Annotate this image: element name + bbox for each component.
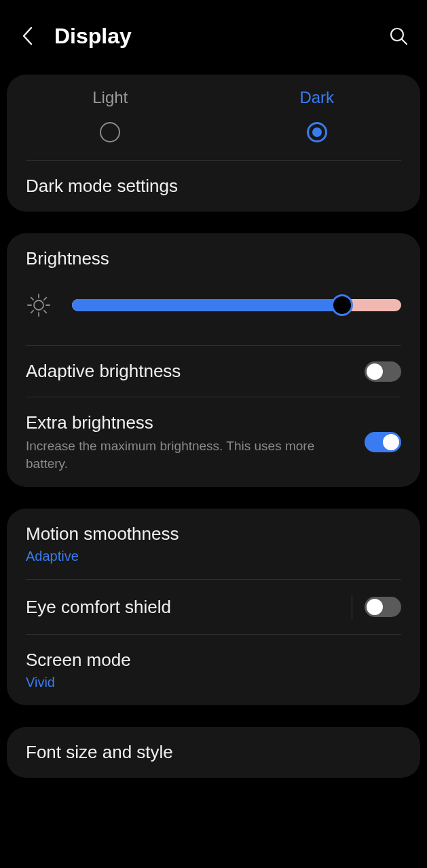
slider-fill (72, 299, 342, 311)
brightness-slider[interactable] (72, 296, 401, 315)
svg-line-9 (31, 311, 34, 313)
motion-smoothness-value: Adaptive (26, 549, 401, 564)
search-icon (389, 26, 408, 45)
radio-checked-icon (307, 122, 327, 142)
toggle-divider (352, 595, 352, 619)
chevron-left-icon (22, 26, 33, 45)
screen-mode-row[interactable]: Screen mode Vivid (7, 635, 420, 705)
extra-brightness-toggle[interactable] (365, 432, 401, 452)
motion-smoothness-row[interactable]: Motion smoothness Adaptive (7, 509, 420, 579)
motion-smoothness-label: Motion smoothness (26, 524, 401, 545)
eye-comfort-label: Eye comfort shield (26, 597, 352, 618)
svg-line-10 (44, 298, 47, 300)
svg-line-1 (402, 39, 407, 44)
slider-thumb (331, 294, 353, 316)
dark-mode-label: Dark (299, 88, 334, 107)
svg-point-2 (34, 300, 43, 310)
eye-comfort-toggle[interactable] (365, 597, 401, 617)
svg-line-8 (44, 311, 47, 313)
screen-mode-value: Vivid (26, 675, 401, 690)
adaptive-brightness-toggle[interactable] (365, 361, 401, 382)
search-button[interactable] (389, 26, 408, 45)
extra-brightness-label: Extra brightness (26, 412, 365, 433)
adaptive-brightness-label: Adaptive brightness (26, 361, 365, 382)
font-size-style-label: Font size and style (26, 742, 401, 763)
radio-unchecked-icon (100, 122, 120, 142)
svg-line-7 (31, 298, 34, 300)
dark-mode-settings-label: Dark mode settings (26, 176, 178, 197)
back-button[interactable] (19, 28, 35, 44)
eye-comfort-row[interactable]: Eye comfort shield (7, 580, 420, 634)
font-size-style-row[interactable]: Font size and style (7, 727, 420, 778)
light-mode-option[interactable]: Light (7, 88, 214, 142)
page-title: Display (54, 24, 389, 49)
screen-mode-label: Screen mode (26, 650, 401, 671)
dark-mode-settings-row[interactable]: Dark mode settings (7, 161, 420, 212)
sun-icon (26, 292, 52, 318)
extra-brightness-desc: Increase the maximum brightness. This us… (26, 437, 365, 472)
adaptive-brightness-row[interactable]: Adaptive brightness (7, 346, 420, 397)
dark-mode-option[interactable]: Dark (214, 88, 421, 142)
light-mode-label: Light (92, 88, 128, 107)
brightness-title: Brightness (26, 248, 401, 269)
extra-brightness-row[interactable]: Extra brightness Increase the maximum br… (7, 397, 420, 487)
